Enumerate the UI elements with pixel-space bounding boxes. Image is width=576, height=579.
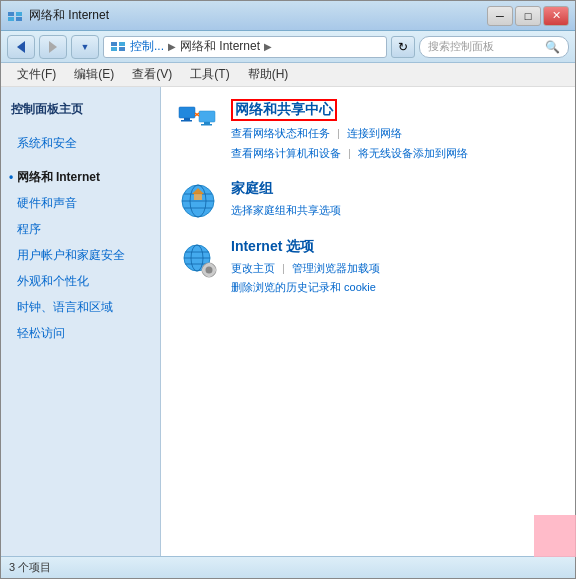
svg-marker-5 [49, 41, 57, 53]
homegroup-text: 家庭组 选择家庭组和共享选项 [231, 180, 559, 221]
search-bar[interactable]: 搜索控制面板 🔍 [419, 36, 569, 58]
sidebar-item-clock[interactable]: 时钟、语言和区域 [1, 294, 160, 320]
svg-rect-15 [201, 124, 212, 126]
status-text: 3 个项目 [9, 560, 51, 575]
window-title: 网络和 Internet [29, 7, 109, 24]
window-icon [7, 8, 23, 24]
title-bar: 网络和 Internet ─ □ ✕ [1, 1, 575, 31]
recent-pages-button[interactable]: ▼ [71, 35, 99, 59]
maximize-button[interactable]: □ [515, 6, 541, 26]
menu-help[interactable]: 帮助(H) [240, 64, 297, 85]
back-button[interactable] [7, 35, 35, 59]
sidebar-item-programs[interactable]: 程序 [1, 216, 160, 242]
svg-rect-35 [213, 268, 216, 271]
minimize-button[interactable]: ─ [487, 6, 513, 26]
homegroup-links: 选择家庭组和共享选项 [231, 201, 559, 221]
svg-rect-11 [184, 118, 190, 120]
internet-options-text: Internet 选项 更改主页 | 管理浏览器加载项 删除浏览的历史记录和 c… [231, 238, 559, 299]
search-placeholder: 搜索控制面板 [428, 39, 494, 54]
breadcrumb-separator: ▶ [168, 41, 176, 52]
network-sharing-text: 网络和共享中心 查看网络状态和任务 | 连接到网络 查看网络计算机和设备 | 将… [231, 99, 559, 164]
svg-rect-12 [181, 120, 192, 122]
sidebar-header: 控制面板主页 [1, 95, 160, 122]
svg-rect-34 [202, 268, 205, 271]
svg-rect-32 [208, 263, 211, 266]
svg-rect-33 [208, 274, 211, 277]
network-sharing-links: 查看网络状态和任务 | 连接到网络 查看网络计算机和设备 | 将无线设备添加到网… [231, 124, 559, 164]
svg-rect-9 [119, 47, 125, 51]
network-sharing-icon [177, 99, 219, 141]
breadcrumb-bar: 控制... ▶ 网络和 Internet ▶ [103, 36, 387, 58]
close-button[interactable]: ✕ [543, 6, 569, 26]
sidebar: 控制面板主页 系统和安全 网络和 Internet 硬件和声音 程序 用户帐户和… [1, 87, 161, 556]
status-bar: 3 个项目 [1, 556, 575, 578]
sidebar-item-accessibility[interactable]: 轻松访问 [1, 320, 160, 346]
category-network-sharing: 网络和共享中心 查看网络状态和任务 | 连接到网络 查看网络计算机和设备 | 将… [177, 99, 559, 164]
breadcrumb-current: 网络和 Internet [180, 38, 260, 55]
svg-rect-1 [16, 12, 22, 16]
sidebar-item-network[interactable]: 网络和 Internet [1, 164, 160, 190]
svg-rect-14 [204, 122, 210, 124]
svg-rect-3 [16, 17, 22, 21]
svg-rect-2 [8, 17, 14, 21]
breadcrumb-end-arrow: ▶ [264, 41, 272, 52]
pink-corner-decoration [534, 515, 576, 557]
title-bar-left: 网络和 Internet [7, 7, 109, 24]
main-area: 控制面板主页 系统和安全 网络和 Internet 硬件和声音 程序 用户帐户和… [1, 87, 575, 556]
network-sharing-title[interactable]: 网络和共享中心 [231, 99, 337, 121]
category-homegroup: 家庭组 选择家庭组和共享选项 [177, 180, 559, 222]
link-delete-history[interactable]: 删除浏览的历史记录和 cookie [231, 281, 376, 293]
sidebar-item-appearance[interactable]: 外观和个性化 [1, 268, 160, 294]
link-manage-addons[interactable]: 管理浏览器加载项 [292, 262, 380, 274]
menu-view[interactable]: 查看(V) [124, 64, 180, 85]
svg-point-31 [206, 266, 213, 273]
svg-rect-6 [111, 42, 117, 46]
link-add-wireless[interactable]: 将无线设备添加到网络 [358, 147, 468, 159]
homegroup-title[interactable]: 家庭组 [231, 180, 559, 198]
svg-rect-0 [8, 12, 14, 16]
homegroup-icon [177, 180, 219, 222]
svg-rect-10 [179, 107, 195, 118]
link-view-network-status[interactable]: 查看网络状态和任务 [231, 127, 330, 139]
refresh-button[interactable]: ↻ [391, 36, 415, 58]
category-internet-options: Internet 选项 更改主页 | 管理浏览器加载项 删除浏览的历史记录和 c… [177, 238, 559, 299]
internet-options-title[interactable]: Internet 选项 [231, 238, 559, 256]
menu-file[interactable]: 文件(F) [9, 64, 64, 85]
breadcrumb-control-panel[interactable]: 控制... [130, 38, 164, 55]
svg-rect-13 [199, 111, 215, 122]
svg-rect-7 [119, 42, 125, 46]
sidebar-item-user-accounts[interactable]: 用户帐户和家庭安全 [1, 242, 160, 268]
address-bar: ▼ 控制... ▶ 网络和 Internet ▶ ↻ 搜索控制面板 🔍 [1, 31, 575, 63]
menu-bar: 文件(F) 编辑(E) 查看(V) 工具(T) 帮助(H) [1, 63, 575, 87]
svg-rect-24 [194, 194, 202, 200]
internet-options-icon [177, 238, 219, 280]
sidebar-item-system[interactable]: 系统和安全 [1, 130, 160, 156]
menu-tools[interactable]: 工具(T) [182, 64, 237, 85]
search-icon: 🔍 [545, 40, 560, 54]
content-panel: 网络和共享中心 查看网络状态和任务 | 连接到网络 查看网络计算机和设备 | 将… [161, 87, 575, 556]
link-change-homepage[interactable]: 更改主页 [231, 262, 275, 274]
link-connect-to-network[interactable]: 连接到网络 [347, 127, 402, 139]
svg-marker-4 [17, 41, 25, 53]
forward-button[interactable] [39, 35, 67, 59]
title-bar-controls: ─ □ ✕ [487, 6, 569, 26]
link-view-computers[interactable]: 查看网络计算机和设备 [231, 147, 341, 159]
menu-edit[interactable]: 编辑(E) [66, 64, 122, 85]
sidebar-item-hardware[interactable]: 硬件和声音 [1, 190, 160, 216]
main-window: 网络和 Internet ─ □ ✕ ▼ 控制... ▶ 网络和 Interne… [0, 0, 576, 579]
breadcrumb-icon [110, 39, 126, 55]
svg-rect-8 [111, 47, 117, 51]
link-homegroup-sharing[interactable]: 选择家庭组和共享选项 [231, 204, 341, 216]
internet-options-links: 更改主页 | 管理浏览器加载项 删除浏览的历史记录和 cookie [231, 259, 559, 299]
